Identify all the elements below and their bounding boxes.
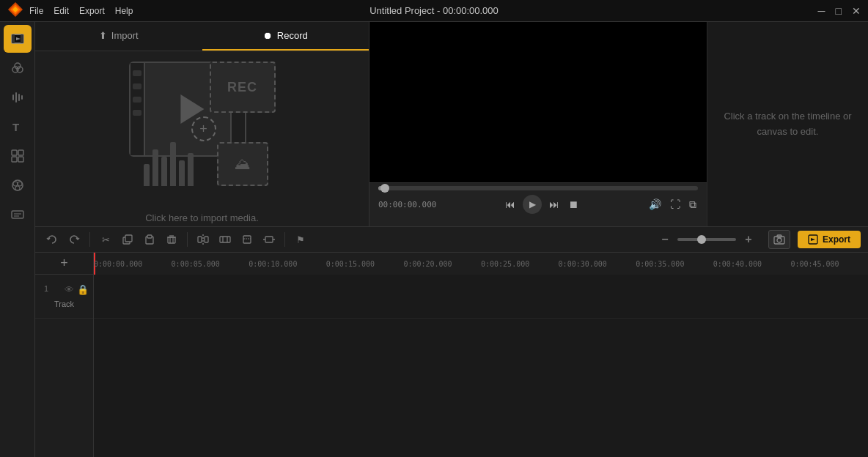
time-marker: 0:00:45.000 [790, 259, 839, 267]
hint-text: Click a track on the timeline or canvas … [722, 109, 853, 140]
sidebar-item-templates[interactable] [4, 142, 32, 170]
media-icon-group: REC + [122, 54, 283, 201]
import-icon: ⬆ [99, 30, 107, 41]
svg-point-22 [15, 186, 20, 190]
cut-button[interactable]: ✂ [96, 230, 115, 249]
bookmark-button[interactable]: ⚑ [291, 230, 310, 249]
track-label-1: 1 👁 🔒 Track [35, 275, 93, 319]
trim-button[interactable] [216, 230, 235, 249]
sidebar: T [0, 22, 35, 457]
menu-edit[interactable]: Edit [54, 6, 69, 16]
preview-right-controls: 🔊 ⛶ ⧉ [647, 197, 698, 212]
record-label: Record [277, 30, 308, 41]
svg-rect-13 [21, 95, 23, 100]
time-marker: 0:00:05.000 [172, 259, 220, 267]
image-placeholder-icon [217, 142, 268, 186]
time-marker: 0:00:30.000 [559, 259, 607, 267]
svg-rect-5 [21, 34, 23, 43]
fullscreen-button[interactable]: ⛶ [669, 197, 682, 212]
track-content [94, 275, 868, 457]
extend-button[interactable] [260, 230, 279, 249]
track-lock-button[interactable]: 🔒 [77, 284, 89, 295]
time-marker: 0:00:10.000 [249, 259, 297, 267]
rec-box: REC [210, 62, 276, 113]
sidebar-item-text[interactable]: T [4, 113, 32, 141]
maximize-button[interactable]: □ [836, 6, 842, 16]
audio-bars-icon [144, 142, 194, 186]
left-panel: ⬆ Import ⏺ Record [35, 22, 369, 226]
track-labels: 1 👁 🔒 Track [35, 275, 94, 457]
sidebar-item-audio[interactable] [4, 83, 32, 111]
tab-record[interactable]: ⏺ Record [202, 22, 369, 51]
add-media-icon: + [191, 116, 216, 141]
import-hint-text: Click here to import media. [145, 212, 259, 223]
menu-export[interactable]: Export [79, 6, 105, 16]
minimize-button[interactable]: ─ [818, 6, 825, 16]
time-marker: 0:00:35.000 [636, 259, 684, 267]
sidebar-item-subtitles[interactable] [4, 201, 32, 228]
undo-button[interactable] [43, 230, 62, 249]
crop-button[interactable] [238, 230, 257, 249]
svg-rect-36 [198, 237, 202, 242]
svg-rect-38 [220, 237, 230, 242]
toolbar-separator-3 [284, 232, 285, 247]
svg-rect-11 [15, 92, 17, 103]
snapshot-button[interactable] [768, 230, 790, 249]
volume-button[interactable]: 🔊 [647, 197, 663, 212]
delete-button[interactable] [162, 230, 181, 249]
svg-rect-43 [265, 237, 273, 242]
menu-file[interactable]: File [29, 6, 43, 16]
zoom-slider[interactable] [677, 238, 736, 241]
zoom-out-button[interactable]: − [655, 230, 674, 249]
app-logo [7, 1, 23, 20]
redo-button[interactable] [65, 230, 84, 249]
svg-rect-10 [12, 94, 14, 100]
pip-button[interactable]: ⧉ [688, 197, 698, 212]
svg-point-47 [777, 238, 781, 242]
svg-rect-4 [12, 34, 15, 43]
menu-bar: File Edit Export Help [29, 6, 133, 16]
track-visibility-button[interactable]: 👁 [65, 284, 74, 295]
progress-bar[interactable] [378, 186, 698, 190]
svg-marker-50 [811, 238, 815, 241]
playback-buttons: ⏮ ▶ ⏭ ⏹ [504, 195, 580, 214]
menu-help[interactable]: Help [115, 6, 133, 16]
zoom-in-button[interactable]: + [739, 230, 758, 249]
stop-button[interactable]: ⏹ [567, 197, 580, 212]
main-layout: T [0, 22, 868, 457]
zoom-control: − + [655, 230, 758, 249]
add-track-button[interactable]: + [35, 253, 94, 275]
video-canvas[interactable] [369, 22, 707, 182]
svg-point-21 [18, 182, 22, 186]
timeline-header: + 0:00:00.0000:00:05.0000:00:10.0000:00:… [35, 253, 868, 275]
svg-rect-17 [12, 157, 17, 162]
time-marker: 0:00:20.000 [403, 259, 452, 267]
split-button[interactable] [194, 230, 213, 249]
time-marker: 0:00:00.000 [94, 259, 142, 267]
import-area[interactable]: REC + [35, 51, 369, 226]
sidebar-item-effects[interactable] [4, 171, 32, 199]
toolbar: ✂ ⚑ [35, 226, 868, 253]
progress-handle[interactable] [380, 184, 389, 193]
sidebar-item-layers[interactable] [4, 54, 32, 82]
timeline-tracks: 1 👁 🔒 Track [35, 275, 868, 457]
time-ruler: 0:00:00.0000:00:05.0000:00:10.0000:00:15… [94, 253, 868, 275]
paste-button[interactable] [140, 230, 159, 249]
track-number-1: 1 [40, 284, 48, 293]
svg-rect-29 [147, 235, 152, 238]
sidebar-item-media[interactable] [4, 25, 32, 53]
svg-rect-37 [205, 237, 208, 242]
copy-button[interactable] [118, 230, 137, 249]
titlebar: File Edit Export Help Untitled Project -… [0, 0, 868, 22]
preview-controls: 00:00:00.000 ⏮ ▶ ⏭ ⏹ 🔊 ⛶ ⧉ [369, 182, 707, 226]
skip-back-button[interactable]: ⏮ [504, 197, 517, 212]
export-button[interactable]: Export [798, 231, 861, 248]
svg-rect-16 [18, 150, 23, 155]
play-button[interactable]: ▶ [523, 195, 542, 214]
playback-controls-row: 00:00:00.000 ⏮ ▶ ⏭ ⏹ 🔊 ⛶ ⧉ [378, 195, 698, 214]
close-button[interactable]: ✕ [852, 6, 861, 16]
tab-import[interactable]: ⬆ Import [35, 22, 202, 51]
import-label: Import [111, 30, 139, 41]
track-icons: 👁 🔒 [65, 284, 89, 295]
skip-forward-button[interactable]: ⏭ [548, 197, 561, 212]
